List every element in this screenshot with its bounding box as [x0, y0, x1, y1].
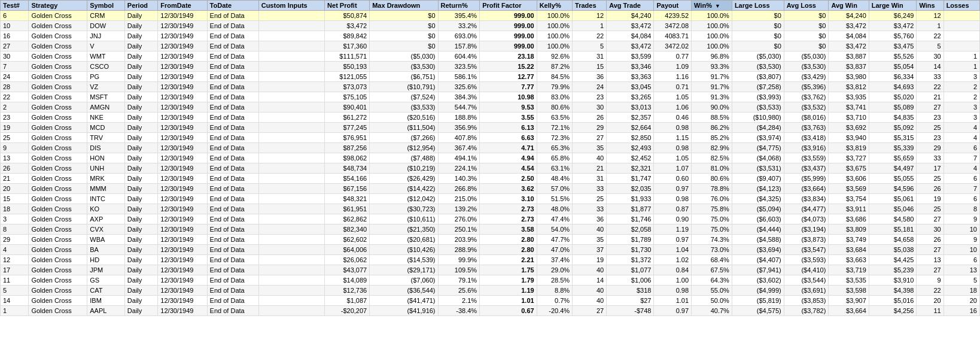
table-row[interactable]: 13Golden CrossHONDaily12/30/1949End of D…	[1, 153, 980, 163]
table-cell: Daily	[124, 245, 158, 255]
col-period[interactable]: Period	[124, 1, 158, 11]
table-row[interactable]: 4Golden CrossBADaily12/30/1949End of Dat…	[1, 245, 980, 255]
table-row[interactable]: 5Golden CrossCATDaily12/30/1949End of Da…	[1, 286, 980, 296]
table-cell: 19	[917, 194, 944, 204]
table-cell: ($4,407)	[732, 255, 784, 265]
col-losses[interactable]: Losses	[944, 1, 979, 11]
table-row[interactable]: 29Golden CrossWBADaily12/30/1949End of D…	[1, 235, 980, 245]
table-row[interactable]: 14Golden CrossIBMDaily12/30/1949End of D…	[1, 296, 980, 306]
table-cell: CRM	[87, 11, 125, 21]
table-cell: 23.18	[480, 51, 537, 62]
table-row[interactable]: 23Golden CrossNKEDaily12/30/1949End of D…	[1, 113, 980, 123]
table-row[interactable]: 30Golden CrossWMTDaily12/30/1949End of D…	[1, 51, 980, 62]
table-cell: Daily	[124, 72, 158, 82]
col-win-pct[interactable]: Win% ▼	[692, 1, 732, 11]
table-row[interactable]: 15Golden CrossINTCDaily12/30/1949End of …	[1, 194, 980, 204]
table-row[interactable]: 19Golden CrossMCDDaily12/30/1949End of D…	[1, 123, 980, 133]
table-cell: 9	[1, 143, 29, 153]
table-cell: ($3,437)	[784, 163, 829, 174]
table-row[interactable]: 1Golden CrossAAPLDaily12/30/1949End of D…	[1, 306, 980, 316]
col-trades[interactable]: Trades	[573, 1, 607, 11]
table-cell	[258, 255, 324, 265]
col-strategy[interactable]: Strategy	[29, 1, 87, 11]
col-max-dd[interactable]: Max Drawdown	[370, 1, 438, 11]
table-cell: ($30,723)	[370, 204, 438, 214]
col-large-loss[interactable]: Large Loss	[732, 1, 784, 11]
table-row[interactable]: 21Golden CrossMRKDaily12/30/1949End of D…	[1, 174, 980, 184]
table-row[interactable]: 12Golden CrossHDDaily12/30/1949End of Da…	[1, 255, 980, 265]
table-cell: 65.8%	[537, 153, 572, 163]
table-row[interactable]: 6Golden CrossCRMDaily12/30/1949End of Da…	[1, 11, 980, 21]
table-cell: 6	[1, 11, 29, 21]
table-cell: ($3,531)	[732, 163, 784, 174]
table-cell: ($3,916)	[784, 143, 829, 153]
table-row[interactable]: 25Golden CrossTRVDaily12/30/1949End of D…	[1, 133, 980, 143]
table-cell: 1.05	[654, 153, 692, 163]
table-cell: 14	[1, 296, 29, 306]
col-payout[interactable]: Payout	[654, 1, 692, 11]
table-cell: JNJ	[87, 31, 125, 41]
col-symbol[interactable]: Symbol	[87, 1, 125, 11]
table-cell: 87.2%	[537, 62, 572, 72]
table-cell: 40	[573, 224, 607, 235]
table-cell: 5	[1, 286, 29, 296]
col-avg-win[interactable]: Avg Win	[829, 1, 869, 11]
table-cell: 22	[917, 82, 944, 92]
table-row[interactable]: 28Golden CrossVZDaily12/30/1949End of Da…	[1, 82, 980, 92]
col-wins[interactable]: Wins	[917, 1, 944, 11]
table-cell: $1,077	[607, 265, 654, 275]
table-cell: Daily	[124, 163, 158, 174]
table-cell: ($3,853)	[784, 296, 829, 306]
table-row[interactable]: 18Golden CrossKODaily12/30/1949End of Da…	[1, 204, 980, 214]
col-return[interactable]: Return%	[438, 1, 480, 11]
table-row[interactable]: 2Golden CrossAMGNDaily12/30/1949End of D…	[1, 102, 980, 113]
table-row[interactable]: 16Golden CrossJNJDaily12/30/1949End of D…	[1, 31, 980, 41]
col-avg-loss[interactable]: Avg Loss	[784, 1, 829, 11]
table-cell: 1.02	[654, 255, 692, 265]
table-cell: $5,089	[869, 102, 917, 113]
table-row[interactable]: 26Golden CrossUNHDaily12/30/1949End of D…	[1, 163, 980, 174]
table-row[interactable]: 20Golden CrossMMMDaily12/30/1949End of D…	[1, 184, 980, 194]
table-row[interactable]: 3Golden CrossAXPDaily12/30/1949End of Da…	[1, 214, 980, 224]
table-row[interactable]: 8Golden CrossCVXDaily12/30/1949End of Da…	[1, 224, 980, 235]
table-row[interactable]: 17Golden CrossJPMDaily12/30/1949End of D…	[1, 265, 980, 275]
col-from[interactable]: FromDate	[158, 1, 207, 11]
table-row[interactable]: 9Golden CrossDISDaily12/30/1949End of Da…	[1, 143, 980, 153]
table-row[interactable]: 27Golden CrossVDaily12/30/1949End of Dat…	[1, 41, 980, 51]
col-large-win[interactable]: Large Win	[869, 1, 917, 11]
table-cell: $62,862	[325, 214, 370, 224]
table-cell: 100.0%	[692, 21, 732, 31]
table-cell: $1,372	[607, 255, 654, 265]
table-cell: 12/30/1949	[158, 214, 207, 224]
table-cell: Golden Cross	[29, 62, 87, 72]
table-cell: 19	[1, 123, 29, 133]
table-cell: 25	[917, 174, 944, 184]
table-cell: 13	[917, 255, 944, 265]
col-kelly[interactable]: Kelly%	[537, 1, 572, 11]
table-row[interactable]: 11Golden CrossGSDaily12/30/1949End of Da…	[1, 275, 980, 286]
table-cell: 79.1%	[438, 275, 480, 286]
table-cell: 288.9%	[438, 245, 480, 255]
table-cell: 0.98	[654, 194, 692, 204]
table-row[interactable]: 10Golden CrossDOWDaily12/30/1949End of D…	[1, 21, 980, 31]
col-avg-trade[interactable]: Avg Trade	[607, 1, 654, 11]
table-cell: 3.58	[480, 224, 537, 235]
table-cell: 693.0%	[438, 31, 480, 41]
col-pf[interactable]: Profit Factor	[480, 1, 537, 11]
table-cell: 1	[944, 62, 979, 72]
table-cell: MSFT	[87, 92, 125, 102]
table-cell: $1,006	[607, 275, 654, 286]
table-cell: 2	[1, 102, 29, 113]
table-cell: $3,045	[607, 82, 654, 92]
col-custom[interactable]: Custom Inputs	[258, 1, 324, 11]
table-row[interactable]: 7Golden CrossCSCODaily12/30/1949End of D…	[1, 62, 980, 72]
table-row[interactable]: 22Golden CrossMSFTDaily12/30/1949End of …	[1, 92, 980, 102]
table-cell: $3,754	[829, 194, 869, 204]
col-to[interactable]: ToDate	[207, 1, 258, 11]
table-cell: 1.07	[654, 163, 692, 174]
col-net-profit[interactable]: Net Profit	[325, 1, 370, 11]
table-cell: $62,602	[325, 235, 370, 245]
table-row[interactable]: 24Golden CrossPGDaily12/30/1949End of Da…	[1, 72, 980, 82]
table-cell: $1,746	[607, 214, 654, 224]
col-test[interactable]: Test#	[1, 1, 29, 11]
